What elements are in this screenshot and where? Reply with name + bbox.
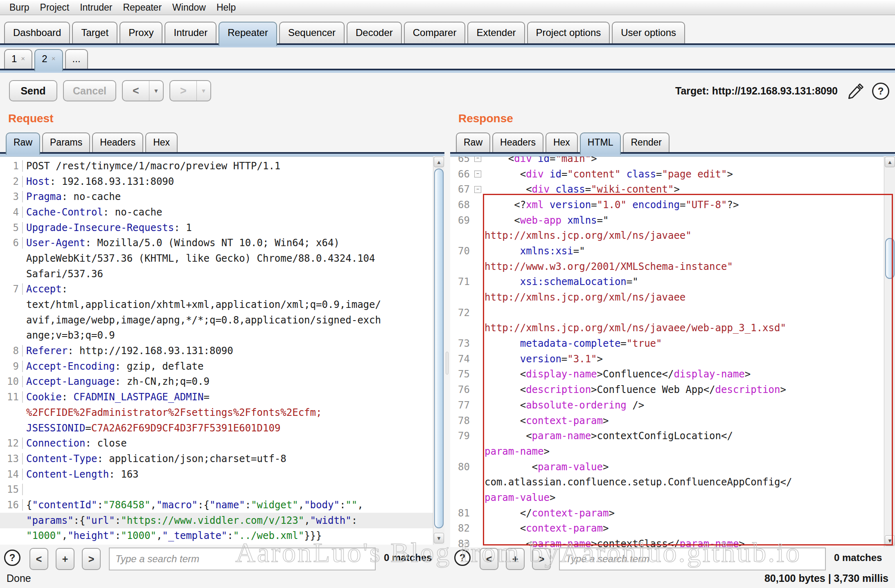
code-line[interactable]: 82 <context-param> (450, 521, 884, 536)
request-view-tab-raw[interactable]: Raw (6, 132, 40, 155)
tab-decoder[interactable]: Decoder (347, 22, 402, 43)
code-line[interactable]: 80 <param-value> (450, 459, 884, 475)
code-line[interactable]: text/html,application/xhtml+xml,applicat… (0, 297, 433, 312)
code-line[interactable]: 14Content-Length: 163 (0, 467, 433, 482)
cancel-button[interactable]: Cancel (63, 80, 116, 101)
scrollbar-thumb[interactable] (434, 168, 444, 528)
response-view-tab-headers[interactable]: Headers (492, 132, 543, 152)
code-line[interactable]: http://xmlns.jcp.org/xml/ns/javaee" (450, 228, 884, 243)
menu-item-window[interactable]: Window (167, 2, 211, 13)
code-line[interactable]: 66− <div id="content" class="page edit"> (450, 166, 884, 182)
menu-item-project[interactable]: Project (35, 2, 75, 13)
code-line[interactable]: 72 (450, 305, 884, 321)
code-line[interactable]: 5Upgrade-Insecure-Requests: 1 (0, 220, 433, 236)
help-icon[interactable]: ? (454, 550, 471, 566)
tab-target[interactable]: Target (72, 22, 117, 43)
code-line[interactable]: 81 </context-param> (450, 505, 884, 521)
tab-user-options[interactable]: User options (612, 22, 685, 43)
repeater-tab--[interactable]: ... (65, 49, 88, 69)
code-line[interactable]: 79 <param-name>contextConfigLocation</ (450, 428, 884, 444)
code-line[interactable]: 70 xmlns:xsi=" (450, 243, 884, 259)
code-line[interactable]: 15 (0, 482, 433, 497)
code-line[interactable]: 74 version="3.1"> (450, 351, 884, 367)
code-line[interactable]: 65− <div id="main"> (450, 156, 884, 166)
code-line[interactable]: 83 <param-name>contextClass</param-name> (450, 536, 884, 547)
scroll-down-icon[interactable]: ▼ (434, 533, 444, 543)
code-line[interactable]: 69 <web-app xmlns=" (450, 213, 884, 228)
code-line[interactable]: 78 <context-param> (450, 413, 884, 429)
code-line[interactable]: Safari/537.36 (0, 266, 433, 282)
send-button[interactable]: Send (9, 80, 57, 101)
code-line[interactable]: 76 <description>Confluence Web App</desc… (450, 382, 884, 397)
tab-extender[interactable]: Extender (467, 22, 525, 43)
code-line[interactable]: %2FCFIDE%2Fadministrator%2Fsettings%2Ffo… (0, 405, 433, 420)
code-line[interactable]: 75 <display-name>Confluence</display-nam… (450, 367, 884, 382)
close-icon[interactable]: × (52, 55, 56, 63)
tab-intruder[interactable]: Intruder (165, 22, 216, 43)
menu-item-burp[interactable]: Burp (4, 2, 35, 13)
search-add-button[interactable]: + (56, 548, 74, 570)
code-line[interactable]: 77 <absolute-ordering /> (450, 397, 884, 413)
scroll-up-icon[interactable]: ▲ (885, 157, 895, 167)
search-next-button[interactable]: > (532, 548, 551, 570)
request-scrollbar[interactable]: ▲ ▼ (433, 156, 444, 545)
code-line[interactable]: 73 metadata-complete="true" (450, 336, 884, 351)
code-line[interactable]: 1POST /rest/tinymce/1/macro/preview HTTP… (0, 158, 433, 174)
code-line[interactable]: 13Content-Type: application/json;charset… (0, 451, 433, 467)
code-line[interactable]: http://xmlns.jcp.org/xml/ns/javaee (450, 290, 884, 305)
close-icon[interactable]: × (21, 55, 25, 63)
request-editor[interactable]: 1POST /rest/tinymce/1/macro/preview HTTP… (0, 156, 433, 545)
chevron-down-icon[interactable]: ▼ (196, 81, 210, 101)
tab-proxy[interactable]: Proxy (119, 22, 162, 43)
code-line[interactable]: com.atlassian.confluence.setup.Confluenc… (450, 474, 884, 490)
code-line[interactable]: param-value> (450, 490, 884, 505)
help-icon[interactable]: ? (872, 83, 889, 100)
tab-comparer[interactable]: Comparer (404, 22, 466, 43)
fold-toggle-icon[interactable]: − (474, 171, 481, 177)
tab-sequencer[interactable]: Sequencer (279, 22, 345, 43)
scrollbar-thumb[interactable] (885, 238, 895, 279)
request-view-tab-hex[interactable]: Hex (145, 132, 178, 152)
code-line[interactable]: 2Host: 192.168.93.131:8090 (0, 174, 433, 189)
response-editor[interactable]: 65− <div id="main">66− <div id="content"… (450, 156, 884, 547)
tab-repeater[interactable]: Repeater (219, 22, 277, 46)
menu-item-help[interactable]: Help (211, 2, 241, 13)
chevron-down-icon[interactable]: ▼ (149, 81, 163, 101)
search-next-button[interactable]: > (82, 548, 101, 570)
request-view-tab-headers[interactable]: Headers (92, 132, 143, 152)
code-line[interactable]: 7Accept: (0, 282, 433, 297)
search-prev-button[interactable]: < (29, 548, 48, 570)
code-line[interactable]: 10Accept-Language: zh-CN,zh;q=0.9 (0, 374, 433, 390)
code-line[interactable]: param-name> (450, 444, 884, 459)
code-line[interactable]: 8Referer: http://192.168.93.131:8090 (0, 343, 433, 359)
pane-splitter[interactable] (444, 110, 450, 573)
code-line[interactable]: http://www.w3.org/2001/XMLSchema-instanc… (450, 259, 884, 274)
tab-project-options[interactable]: Project options (527, 22, 610, 43)
tab-dashboard[interactable]: Dashboard (4, 22, 70, 43)
code-line[interactable]: "params":{"url":"https://www.viddler.com… (0, 513, 433, 528)
code-line[interactable]: "1000","height":"1000","_template":"../w… (0, 528, 433, 544)
code-line[interactable]: 6User-Agent: Mozilla/5.0 (Windows NT 10.… (0, 235, 433, 251)
scroll-up-icon[interactable]: ▲ (434, 157, 444, 167)
splitter-grip-icon[interactable] (446, 352, 449, 375)
repeater-tab-2[interactable]: 2× (34, 49, 63, 71)
response-view-tab-html[interactable]: HTML (580, 132, 621, 155)
scroll-down-icon[interactable]: ▼ (885, 535, 895, 546)
code-line[interactable]: AppleWebKit/537.36 (KHTML, like Gecko) C… (0, 251, 433, 266)
response-view-tab-render[interactable]: Render (623, 132, 669, 152)
help-icon[interactable]: ? (4, 550, 20, 566)
code-line[interactable]: 71 xsi:schemaLocation=" (450, 274, 884, 290)
code-line[interactable]: 11Cookie: CFADMIN_LASTPAGE_ADMIN= (0, 389, 433, 405)
edit-pencil-icon[interactable] (846, 83, 864, 101)
response-view-tab-raw[interactable]: Raw (456, 132, 490, 152)
search-add-button[interactable]: + (506, 548, 525, 570)
code-line[interactable]: 4Cache-Control: no-cache (0, 204, 433, 220)
code-line[interactable]: 68 <?xml version="1.0" encoding="UTF-8"?… (450, 197, 884, 213)
fold-toggle-icon[interactable]: − (474, 186, 481, 193)
search-input[interactable] (559, 548, 826, 570)
search-input[interactable] (109, 548, 376, 570)
back-button[interactable]: < ▼ (122, 80, 164, 101)
search-prev-button[interactable]: < (480, 548, 498, 570)
response-view-tab-hex[interactable]: Hex (546, 132, 578, 152)
fold-toggle-icon[interactable]: − (474, 156, 481, 162)
